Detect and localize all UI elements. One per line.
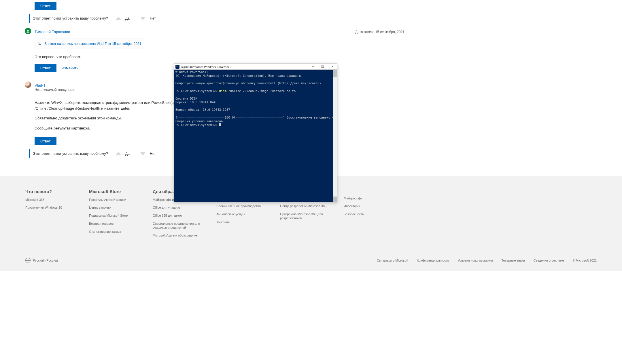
footer-bottom-link[interactable]: Конфиденциальность [417,259,449,262]
maximize-button[interactable]: ☐ [318,64,327,70]
post-body: Это первое, что пробовал. [35,54,409,60]
vote-no-icon[interactable] [140,152,146,155]
vote-no-label: Нет [150,16,156,20]
powershell-icon [175,65,179,69]
terminal-output[interactable]: Windows PowerShell (C) Корпорация Майкро… [174,70,337,202]
footer-link[interactable]: Отслеживание заказа [89,230,139,234]
footer-bottom-link[interactable]: Условия использования [457,259,493,262]
window-title: Администратор: Windows PowerShell [181,65,231,68]
footer-link[interactable]: Microsoft Azure и образование [153,234,203,238]
edit-button[interactable]: Изменить [62,66,79,70]
window-titlebar[interactable]: Администратор: Windows PowerShell ─ ☐ ✕ [174,64,337,70]
svg-point-0 [27,30,29,31]
author-link[interactable]: Тимофей Тараканов [35,30,70,34]
footer-link[interactable]: Microsoft 365 [25,198,76,202]
footer-col-title: Microsoft Store [89,189,139,194]
footer-link[interactable]: Центр разработки Microsoft 365 [280,204,330,208]
footer-link[interactable]: Профиль учетной записи [89,198,139,202]
footer-bottom-link[interactable]: Товарные знаки [502,259,525,262]
powershell-window: Администратор: Windows PowerShell ─ ☐ ✕ … [174,64,337,202]
footer-link[interactable]: Майкрософт [344,197,394,201]
footer-link[interactable]: Специальные предложения для учащихся и р… [153,222,203,230]
author-link[interactable]: Vlad-T [35,83,46,87]
vote-no-icon[interactable] [140,17,146,20]
post-date: Дата ответа 15 сентября, 2021 [355,30,404,34]
footer-link[interactable]: Поддержка Microsoft Store [89,214,139,218]
helpful-question: Этот ответ помог устранить вашу проблему… [33,16,108,20]
helpful-question: Этот ответ помог устранить вашу проблему… [33,152,108,156]
copyright: © Microsoft 2021 [573,259,597,262]
scrollbar[interactable] [333,70,337,202]
footer-link[interactable]: Безопасность [344,212,394,216]
person-icon [26,29,30,33]
footer-col-title: Что нового? [25,189,76,194]
avatar [25,81,31,88]
helpful-bar: Этот ответ помог устранить вашу проблему… [29,14,409,23]
footer-bottom-link[interactable]: Связаться с Microsoft [377,259,408,262]
in-reply-link[interactable]: В ответ на запись пользователя Vlad-T от… [44,42,141,46]
globe-icon [25,258,31,263]
footer-link[interactable]: Программа Microsoft 365 для разработчико… [280,212,330,220]
footer-link[interactable]: Office 365 для школ [153,214,203,218]
close-button[interactable]: ✕ [327,64,337,70]
footer-link[interactable]: Возврат товаров [89,222,139,226]
scrollbar-thumb[interactable] [333,70,337,77]
footer-bottom-link[interactable]: Сведения о рекламе [534,259,564,262]
reply-button[interactable]: Ответ [35,137,56,145]
author-role: Независимый консультант [35,88,77,92]
language-selector[interactable]: Русский (Россия) [25,258,58,263]
footer-link[interactable]: Приложения Windows 10 [25,206,76,210]
minimize-button[interactable]: ─ [308,64,318,70]
vote-yes-label: Да [125,152,130,156]
vote-yes-icon[interactable] [116,152,121,155]
footer-link[interactable]: Office для учащихся [153,206,203,210]
scrollbar-thumb[interactable] [333,197,337,202]
in-reply-to[interactable]: ↳ В ответ на запись пользователя Vlad-T … [35,39,144,49]
reply-button[interactable]: Ответ [35,2,56,10]
reply-button[interactable]: Ответ [35,64,56,72]
footer-link[interactable]: Торговля [216,220,267,224]
avatar [25,28,31,34]
vote-no-label: Нет [150,152,156,156]
reply-arrow-icon: ↳ [38,41,41,46]
footer-link[interactable]: Финансовые услуги [216,212,267,216]
footer-link[interactable]: Промышленное производство [216,204,267,208]
footer-link[interactable]: Инвесторы [344,204,394,208]
vote-yes-label: Да [125,16,130,20]
footer-link[interactable]: Центр загрузки [89,206,139,210]
language-label: Русский (Россия) [33,259,58,262]
vote-yes-icon[interactable] [116,17,121,20]
terminal-cursor [219,123,221,126]
